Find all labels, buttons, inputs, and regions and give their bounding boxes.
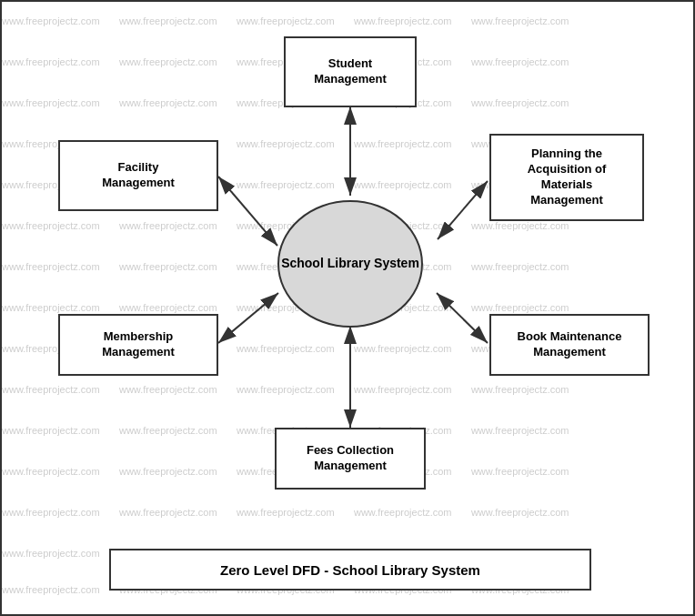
- svg-line-5: [218, 293, 278, 343]
- student-management-box: StudentManagement: [284, 36, 417, 107]
- planning-label: Planning theAcquisition ofMaterialsManag…: [528, 146, 607, 208]
- watermark-13: www.freeprojectz.com www.freeprojectz.co…: [2, 507, 569, 518]
- watermark-1: www.freeprojectz.com www.freeprojectz.co…: [2, 15, 569, 26]
- svg-line-4: [438, 181, 488, 239]
- student-management-label: StudentManagement: [314, 56, 386, 87]
- caption-box: Zero Level DFD - School Library System: [109, 549, 591, 591]
- facility-management-box: FacilityManagement: [58, 140, 218, 211]
- fees-collection-box: Fees CollectionManagement: [275, 428, 426, 490]
- diagram-container: www.freeprojectz.com www.freeprojectz.co…: [0, 0, 695, 616]
- book-maintenance-box: Book MaintenanceManagement: [489, 314, 650, 376]
- watermark-6: www.freeprojectz.com www.freeprojectz.co…: [2, 220, 569, 231]
- facility-management-label: FacilityManagement: [102, 160, 174, 191]
- center-label: School Library System: [281, 255, 419, 273]
- membership-management-label: MembershipManagement: [102, 329, 174, 360]
- book-maintenance-label: Book MaintenanceManagement: [518, 329, 622, 360]
- membership-management-box: MembershipManagement: [58, 314, 218, 376]
- watermark-8: www.freeprojectz.com www.freeprojectz.co…: [2, 302, 569, 313]
- svg-line-3: [218, 177, 277, 246]
- planning-box: Planning theAcquisition ofMaterialsManag…: [489, 134, 644, 221]
- watermark-10: www.freeprojectz.com www.freeprojectz.co…: [2, 384, 569, 395]
- caption-label: Zero Level DFD - School Library System: [220, 562, 480, 578]
- svg-line-6: [437, 293, 488, 343]
- center-circle: School Library System: [277, 200, 423, 328]
- fees-collection-label: Fees CollectionManagement: [307, 443, 394, 474]
